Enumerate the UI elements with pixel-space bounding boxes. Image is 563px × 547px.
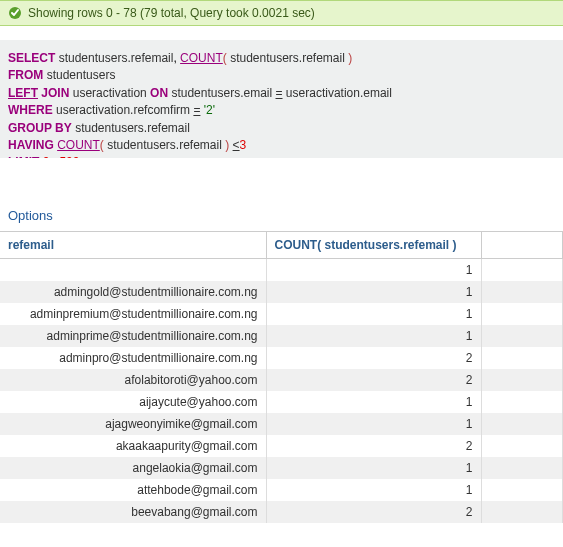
- sql-literal: 500: [59, 155, 79, 158]
- sql-keyword-where: WHERE: [8, 103, 53, 117]
- sql-literal: 0: [43, 155, 50, 158]
- sql-operator-lt: <: [233, 138, 240, 152]
- cell-refemail: attehbode@gmail.com: [0, 479, 266, 501]
- sql-query-display: SELECT studentusers.refemail, COUNT( stu…: [0, 40, 563, 158]
- table-row[interactable]: akaakaapurity@gmail.com2: [0, 435, 563, 457]
- sql-keyword-limit: LIMIT: [8, 155, 39, 158]
- table-row[interactable]: ajagweonyimike@gmail.com1: [0, 413, 563, 435]
- cell-count: 2: [266, 369, 481, 391]
- query-status-bar: Showing rows 0 - 78 (79 total, Query too…: [0, 0, 563, 26]
- cell-refemail: beevabang@gmail.com: [0, 501, 266, 523]
- cell-count: 1: [266, 479, 481, 501]
- cell-refemail: admingold@studentmillionaire.com.ng: [0, 281, 266, 303]
- cell-count: 1: [266, 303, 481, 325]
- cell-count: 1: [266, 281, 481, 303]
- success-check-icon: [8, 6, 22, 20]
- table-row[interactable]: adminpremium@studentmillionaire.com.ng1: [0, 303, 563, 325]
- table-row[interactable]: aijaycute@yahoo.com1: [0, 391, 563, 413]
- table-row[interactable]: adminpro@studentmillionaire.com.ng2: [0, 347, 563, 369]
- table-row[interactable]: 1: [0, 259, 563, 282]
- options-link[interactable]: Options: [0, 200, 61, 231]
- sql-keyword-from: FROM: [8, 68, 43, 82]
- sql-column: studentusers.refemail: [75, 121, 190, 135]
- cell-count: 1: [266, 325, 481, 347]
- table-row[interactable]: attehbode@gmail.com1: [0, 479, 563, 501]
- cell-count: 2: [266, 435, 481, 457]
- sql-keyword-having: HAVING: [8, 138, 54, 152]
- cell-refemail: adminpro@studentmillionaire.com.ng: [0, 347, 266, 369]
- cell-count: 1: [266, 457, 481, 479]
- cell-count: 1: [266, 391, 481, 413]
- sql-operator-eq: =: [193, 103, 200, 117]
- cell-refemail: ajagweonyimike@gmail.com: [0, 413, 266, 435]
- sql-column: studentusers.refemail: [107, 138, 222, 152]
- sql-keyword-join: JOIN: [41, 86, 69, 100]
- table-row[interactable]: angelaokia@gmail.com1: [0, 457, 563, 479]
- sql-function-count: COUNT: [57, 138, 100, 152]
- table-row[interactable]: afolabitoroti@yahoo.com2: [0, 369, 563, 391]
- table-header-row: refemail COUNT( studentusers.refemail ): [0, 232, 563, 259]
- cell-refemail: angelaokia@gmail.com: [0, 457, 266, 479]
- cell-count: 2: [266, 347, 481, 369]
- table-row[interactable]: adminprime@studentmillionaire.com.ng1: [0, 325, 563, 347]
- column-header-refemail[interactable]: refemail: [0, 232, 266, 259]
- cell-refemail: akaakaapurity@gmail.com: [0, 435, 266, 457]
- sql-column: studentusers.refemail: [59, 51, 174, 65]
- sql-literal: 3: [240, 138, 247, 152]
- results-table: refemail COUNT( studentusers.refemail ) …: [0, 231, 563, 523]
- sql-function-count: COUNT: [180, 51, 223, 65]
- sql-column: useractivation.refcomfirm: [56, 103, 190, 117]
- cell-refemail: adminpremium@studentmillionaire.com.ng: [0, 303, 266, 325]
- cell-count: 2: [266, 501, 481, 523]
- cell-count: 1: [266, 413, 481, 435]
- sql-column: useractivation.email: [286, 86, 392, 100]
- sql-column: studentusers.refemail: [230, 51, 345, 65]
- table-row[interactable]: admingold@studentmillionaire.com.ng1: [0, 281, 563, 303]
- sql-literal: '2': [204, 103, 215, 117]
- table-row[interactable]: beevabang@gmail.com2: [0, 501, 563, 523]
- cell-refemail: afolabitoroti@yahoo.com: [0, 369, 266, 391]
- sql-table: studentusers: [47, 68, 116, 82]
- sql-column: studentusers.email: [171, 86, 272, 100]
- cell-count: 1: [266, 259, 481, 282]
- query-status-text: Showing rows 0 - 78 (79 total, Query too…: [28, 6, 315, 20]
- sql-table: useractivation: [73, 86, 147, 100]
- sql-keyword-groupby: GROUP BY: [8, 121, 72, 135]
- cell-refemail: aijaycute@yahoo.com: [0, 391, 266, 413]
- cell-refemail: [0, 259, 266, 282]
- sql-keyword-on: ON: [150, 86, 168, 100]
- sql-keyword-left: LEFT: [8, 86, 38, 100]
- sql-operator-eq: =: [276, 86, 283, 100]
- sql-keyword-select: SELECT: [8, 51, 55, 65]
- cell-refemail: adminprime@studentmillionaire.com.ng: [0, 325, 266, 347]
- column-header-count[interactable]: COUNT( studentusers.refemail ): [266, 232, 481, 259]
